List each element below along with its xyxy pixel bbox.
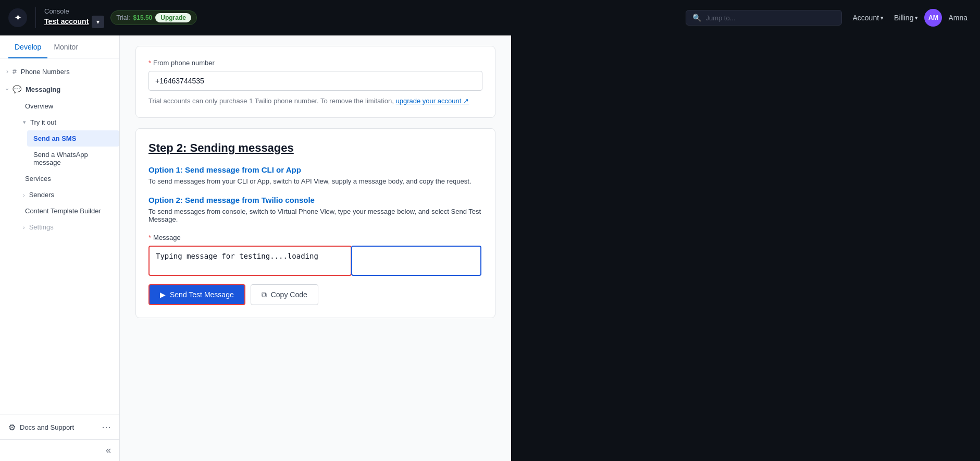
billing-link-label: Billing <box>894 14 913 22</box>
tab-develop[interactable]: Develop <box>8 35 47 58</box>
account-link-label: Account <box>852 14 879 22</box>
user-avatar[interactable]: AM <box>924 9 942 27</box>
chevron-right-icon: › <box>23 192 25 198</box>
collapse-icon: « <box>106 445 111 456</box>
sidebar-item-overview[interactable]: Overview <box>19 98 119 114</box>
topnav: ✦ Console Test account ▾ Trial: $15.50 U… <box>0 0 980 35</box>
content-template-label: Content Template Builder <box>25 207 101 215</box>
console-label: Console <box>44 7 104 16</box>
settings-label: Settings <box>29 223 54 231</box>
trial-notice: Trial accounts can only purchase 1 Twili… <box>148 97 482 105</box>
sidebar-item-senders[interactable]: › Senders <box>19 187 119 203</box>
content-area: * From phone number Trial accounts can o… <box>120 35 980 461</box>
chevron-down-icon: ▾ <box>915 15 918 21</box>
copy-btn-label: Copy Code <box>271 290 307 299</box>
content-main: * From phone number Trial accounts can o… <box>120 35 511 461</box>
try-it-out-label: Try it out <box>30 118 56 126</box>
sidebar-tabs: Develop Monitor <box>0 35 119 58</box>
option1-desc: To send messages from your CLI or App, s… <box>148 177 482 185</box>
hash-icon: # <box>13 67 17 76</box>
avatar-initials: AM <box>928 14 938 21</box>
message-field-label: * Message <box>148 234 482 241</box>
trial-amount: $15.50 <box>133 14 153 21</box>
chevron-down-icon: ▾ <box>880 15 884 21</box>
trial-label: Trial: <box>116 14 130 21</box>
send-icon: ▶ <box>160 290 166 299</box>
copy-code-button[interactable]: ⧉ Copy Code <box>251 284 318 305</box>
send-sms-label: Send an SMS <box>33 135 76 142</box>
upgrade-link-text: upgrade your account <box>396 97 462 105</box>
account-name[interactable]: Test account <box>44 17 89 26</box>
try-it-out-submenu: Send an SMS Send a WhatsApp message <box>19 130 119 171</box>
sidebar: Develop Monitor › # Phone Numbers › 💬 Me… <box>0 35 120 461</box>
send-test-message-button[interactable]: ▶ Send Test Message <box>148 284 245 305</box>
docs-label: Docs and Support <box>20 423 74 431</box>
message-required-indicator: * <box>148 234 151 241</box>
app-logo-icon[interactable]: ✦ <box>8 8 27 27</box>
senders-label: Senders <box>29 191 54 199</box>
docs-icon: ⚙ <box>8 422 16 432</box>
logo-symbol: ✦ <box>14 12 22 23</box>
to-phone-input[interactable] <box>352 247 480 273</box>
action-buttons: ▶ Send Test Message ⧉ Copy Code <box>148 284 482 305</box>
from-phone-label-text: From phone number <box>153 59 215 67</box>
send-btn-label: Send Test Message <box>170 290 234 299</box>
chevron-down-icon: ▾ <box>96 18 100 26</box>
nav-divider <box>35 7 36 28</box>
option2-title[interactable]: Option 2: Send message from Twilio conso… <box>148 196 482 204</box>
from-phone-input[interactable] <box>148 71 482 91</box>
tab-monitor[interactable]: Monitor <box>47 35 84 58</box>
option2-desc: To send messages from console, switch to… <box>148 208 482 223</box>
phone-numbers-label: Phone Numbers <box>21 68 70 76</box>
account-link[interactable]: Account ▾ <box>848 11 888 24</box>
upgrade-account-link[interactable]: upgrade your account ↗ <box>396 97 469 105</box>
step2-title: Step 2: Sending messages <box>148 141 482 155</box>
sidebar-item-settings[interactable]: › Settings <box>19 219 119 235</box>
external-link-icon: ↗ <box>463 97 469 105</box>
chevron-right-icon: › <box>23 224 25 231</box>
sidebar-item-send-whatsapp[interactable]: Send a WhatsApp message <box>27 147 119 171</box>
sidebar-collapse-button[interactable]: « <box>0 439 119 461</box>
message-field-wrapper: Typing message for testing....loading <box>148 246 482 276</box>
option1-title[interactable]: Option 1: Send message from CLI or App <box>148 165 482 174</box>
required-indicator: * <box>148 59 151 67</box>
docs-more-button[interactable]: ⋯ <box>102 421 111 433</box>
sidebar-item-content-template[interactable]: Content Template Builder <box>19 203 119 219</box>
chevron-down-icon: › <box>4 88 11 90</box>
send-whatsapp-label: Send a WhatsApp message <box>33 151 113 166</box>
sidebar-item-try-it-out[interactable]: ▾ Try it out <box>19 114 119 130</box>
search-icon: 🔍 <box>692 14 701 22</box>
docs-and-support[interactable]: ⚙ Docs and Support ⋯ <box>0 415 119 439</box>
overview-label: Overview <box>25 102 53 110</box>
trial-badge: Trial: $15.50 Upgrade <box>110 10 197 25</box>
message-textarea-outer: Typing message for testing....loading <box>148 246 352 276</box>
sidebar-item-messaging[interactable]: › 💬 Messaging <box>0 80 119 98</box>
account-selector[interactable]: Test account ▾ <box>44 16 104 28</box>
upgrade-button[interactable]: Upgrade <box>155 13 191 22</box>
from-phone-label: * From phone number <box>148 59 482 67</box>
services-label: Services <box>25 175 51 183</box>
right-panel <box>511 35 980 461</box>
nav-links: Account ▾ Billing ▾ AM Amna <box>848 9 972 27</box>
from-phone-card: * From phone number Trial accounts can o… <box>135 46 495 118</box>
messaging-icon: 💬 <box>13 85 21 93</box>
search-bar: 🔍 <box>686 10 842 26</box>
account-dropdown-button[interactable]: ▾ <box>92 16 104 28</box>
sidebar-nav: › # Phone Numbers › 💬 Messaging Overview… <box>0 58 119 415</box>
chevron-right-icon: › <box>6 68 8 75</box>
main-layout: Develop Monitor › # Phone Numbers › 💬 Me… <box>0 35 980 461</box>
search-input[interactable] <box>705 14 835 22</box>
sidebar-item-send-sms[interactable]: Send an SMS <box>27 130 119 147</box>
message-textarea[interactable]: Typing message for testing....loading <box>150 247 351 273</box>
chevron-down-icon: ▾ <box>23 119 26 126</box>
messaging-submenu: Overview ▾ Try it out Send an SMS Send a… <box>0 98 119 235</box>
copy-icon: ⧉ <box>262 290 267 299</box>
sidebar-item-phone-numbers[interactable]: › # Phone Numbers <box>0 63 119 80</box>
billing-link[interactable]: Billing ▾ <box>890 11 922 24</box>
message-label-text: Message <box>153 234 181 241</box>
sidebar-item-services[interactable]: Services <box>19 171 119 187</box>
to-phone-field-outer <box>351 246 481 276</box>
messaging-label: Messaging <box>26 86 60 93</box>
trial-notice-text: Trial accounts can only purchase 1 Twili… <box>148 97 394 105</box>
username-label: Amna <box>944 11 972 24</box>
